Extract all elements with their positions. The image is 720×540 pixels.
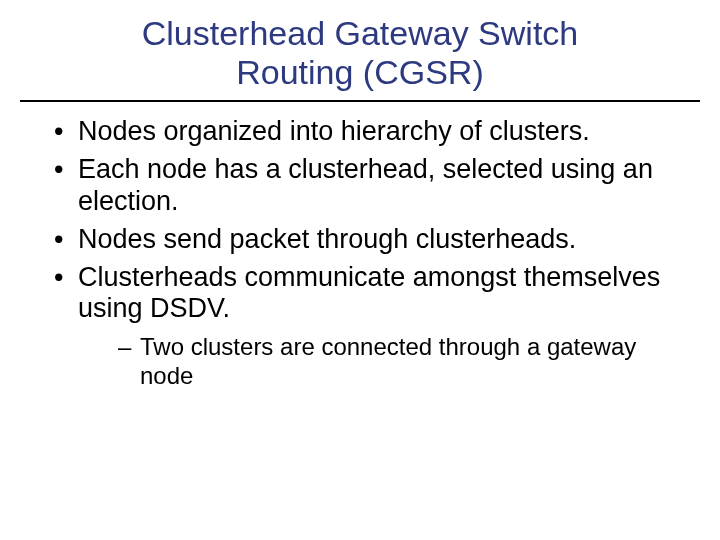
- bullet-text: Each node has a clusterhead, selected us…: [78, 154, 653, 216]
- bullet-text: Nodes organized into hierarchy of cluste…: [78, 116, 590, 146]
- bullet-text: Clusterheads communicate amongst themsel…: [78, 262, 660, 324]
- list-item: Nodes organized into hierarchy of cluste…: [54, 116, 690, 148]
- title-underline: [20, 100, 700, 102]
- bullet-text: Nodes send packet through clusterheads.: [78, 224, 576, 254]
- bullet-list: Nodes organized into hierarchy of cluste…: [0, 116, 720, 390]
- list-item: Nodes send packet through clusterheads.: [54, 224, 690, 256]
- sub-bullet-list: Two clusters are connected through a gat…: [78, 333, 690, 390]
- list-item: Two clusters are connected through a gat…: [118, 333, 690, 390]
- slide: Clusterhead Gateway Switch Routing (CGSR…: [0, 0, 720, 540]
- sub-bullet-text: Two clusters are connected through a gat…: [140, 333, 636, 388]
- title-line-2: Routing (CGSR): [236, 53, 484, 91]
- slide-title: Clusterhead Gateway Switch Routing (CGSR…: [0, 0, 720, 98]
- list-item: Clusterheads communicate amongst themsel…: [54, 262, 690, 390]
- list-item: Each node has a clusterhead, selected us…: [54, 154, 690, 218]
- title-line-1: Clusterhead Gateway Switch: [142, 14, 579, 52]
